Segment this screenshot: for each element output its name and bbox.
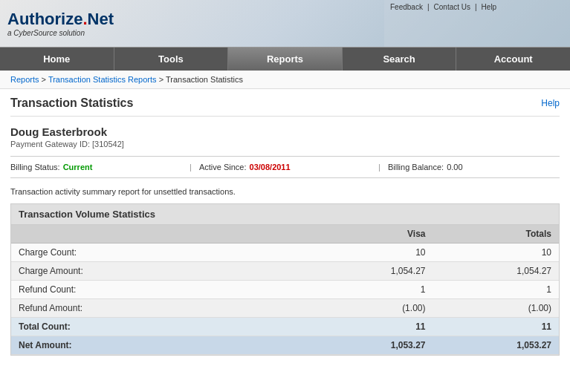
page-title: Transaction Statistics [10,97,133,110]
feedback-link[interactable]: Feedback [390,3,423,11]
cell-visa: 10 [312,244,433,262]
cell-label: Refund Amount: [11,299,312,318]
billing-status-segment: Billing Status: Current [10,163,182,172]
main-nav: Home Tools Reports Search Account [0,48,570,71]
billing-status-label: Billing Status: [10,163,60,172]
cell-totals: 1,054.27 [433,262,559,281]
table-row: Refund Count:11 [11,281,559,299]
table-header-row: Visa Totals [11,225,559,244]
col-header-totals: Totals [433,225,559,244]
table-row: Refund Amount:(1.00)(1.00) [11,299,559,318]
nav-account[interactable]: Account [456,48,570,71]
table-row: Charge Count:1010 [11,244,559,262]
logo: Authorize.Net a CyberSource solution [7,10,114,37]
breadcrumb-sep2: > [159,75,166,84]
gateway-id-label: Payment Gateway ID: [10,140,90,148]
help-link-header[interactable]: Help [482,3,497,11]
gateway-id-value: [310542] [92,140,124,148]
gateway-id: Payment Gateway ID: [310542] [10,140,560,148]
active-since-segment: Active Since: 03/08/2011 [199,163,371,172]
stats-table: Visa Totals Charge Count:1010Charge Amou… [11,225,559,355]
breadcrumb-current: Transaction Statistics [166,75,243,84]
breadcrumb: Reports > Transaction Statistics Reports… [0,71,570,89]
cell-visa: 11 [312,318,433,336]
nav-search[interactable]: Search [343,48,457,71]
cell-label: Total Count: [11,318,312,336]
col-header-visa: Visa [312,225,433,244]
billing-status-value: Current [63,163,93,172]
table-section: Transaction Volume Statistics Visa Total… [10,203,560,356]
nav-tools[interactable]: Tools [114,48,229,71]
cell-visa: 1,053.27 [312,336,433,355]
billing-divider-1: | [182,163,199,172]
nav-reports[interactable]: Reports [228,48,343,71]
cell-visa: 1,054.27 [312,262,433,281]
description: Transaction activity summary report for … [10,187,560,196]
cell-label: Net Amount: [11,336,312,355]
active-since-label: Active Since: [199,163,247,172]
user-name: Doug Easterbrook [10,125,560,138]
col-header-label [11,225,312,244]
cell-label: Charge Amount: [11,262,312,281]
table-row: Net Amount:1,053.271,053.27 [11,336,559,355]
breadcrumb-sep1: > [42,75,48,84]
breadcrumb-reports[interactable]: Reports [10,75,39,84]
header: Authorize.Net a CyberSource solution Fee… [0,0,570,48]
cell-totals: 11 [433,318,559,336]
billing-divider-2: | [371,163,388,172]
logo-dot: . [82,10,87,28]
logo-sub: a CyberSource solution [7,29,114,37]
nav-home[interactable]: Home [0,48,114,71]
cell-label: Charge Count: [11,244,312,262]
cell-label: Refund Count: [11,281,312,299]
billing-balance-value: 0.00 [447,163,462,172]
main-content: Transaction Statistics Help Doug Easterb… [0,89,570,363]
table-row: Charge Amount:1,054.271,054.27 [11,262,559,281]
cell-totals: (1.00) [433,299,559,318]
billing-balance-segment: Billing Balance: 0.00 [388,163,560,172]
table-row: Total Count:1111 [11,318,559,336]
page-title-row: Transaction Statistics Help [10,97,560,117]
billing-row: Billing Status: Current | Active Since: … [10,156,560,178]
cell-visa: (1.00) [312,299,433,318]
table-section-title: Transaction Volume Statistics [11,204,559,225]
cell-totals: 1 [433,281,559,299]
breadcrumb-tx-stats-reports[interactable]: Transaction Statistics Reports [48,75,157,84]
help-link[interactable]: Help [541,98,560,108]
header-links: Feedback | Contact Us | Help [384,0,570,47]
cell-totals: 1,053.27 [433,336,559,355]
cell-visa: 1 [312,281,433,299]
active-since-value: 03/08/2011 [250,163,291,172]
cell-totals: 10 [433,244,559,262]
billing-balance-label: Billing Balance: [388,163,444,172]
contact-link[interactable]: Contact Us [434,3,470,11]
logo-main: Authorize.Net [7,10,114,29]
